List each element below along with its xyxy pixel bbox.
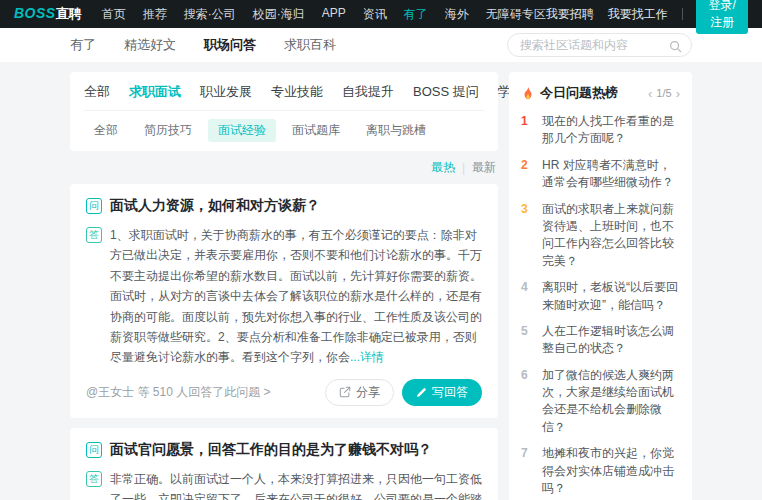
page-content: 全部 求职面试 职业发展 专业技能 自我提升 BOSS 提问 学生求职 全部 简… <box>0 62 762 500</box>
vertical-divider <box>682 8 683 20</box>
tab-job-interview[interactable]: 求职面试 <box>129 83 181 101</box>
sort-hottest[interactable]: 最热 <box>431 159 455 176</box>
question-card: 问 面试人力资源，如何和对方谈薪？ 答 1、求职面试时，关于协商薪水的事，有五个… <box>70 184 498 418</box>
answer-row: 答 非常正确。以前面试过一个人，本来没打算招进来，只因他一句工资低了一些，立即决… <box>86 469 482 500</box>
question-title-row: 问 面试官问愿景，回答工作的目的是为了赚钱不对吗？ <box>86 441 482 459</box>
subnav-item-articles[interactable]: 精选好文 <box>124 36 176 54</box>
question-badge-icon: 问 <box>86 442 102 458</box>
search-icon[interactable] <box>669 39 682 57</box>
hot-question-item[interactable]: 6 加了微信的候选人爽约两次，大家是继续给面试机会还是不给机会删除微信？ <box>521 367 680 437</box>
search-input[interactable] <box>507 33 692 57</box>
sort-bar: 最热 | 最新 <box>72 159 496 176</box>
hot-board-title: 今日问题热榜 <box>540 84 618 102</box>
sort-divider: | <box>462 161 465 175</box>
nav-item-app[interactable]: APP <box>322 6 346 23</box>
nav-item-overseas[interactable]: 海外 <box>445 6 469 23</box>
rank-number: 4 <box>521 279 535 314</box>
login-register-button[interactable]: 登录/注册 <box>696 0 748 34</box>
prev-page-arrow[interactable]: ‹ <box>648 87 652 100</box>
question-title-row: 问 面试人力资源，如何和对方谈薪？ <box>86 197 482 215</box>
hot-question-text: 地摊和夜市的兴起，你觉得会对实体店铺造成冲击吗？ <box>542 445 680 497</box>
hot-question-text: 离职时，老板说“以后要回来随时欢迎”，能信吗？ <box>542 279 680 314</box>
subnav-item-encyclopedia[interactable]: 求职百科 <box>284 36 336 54</box>
hot-question-text: 人在工作逻辑时该怎么调整自己的状态？ <box>542 323 680 358</box>
answer-excerpt: 非常正确。以前面试过一个人，本来没打算招进来，只因他一句工资低了一些，立即决定留… <box>110 469 482 500</box>
fire-icon <box>521 86 535 100</box>
nav-item-search-company[interactable]: 搜索·公司 <box>184 6 236 23</box>
tab-boss-questions[interactable]: BOSS 提问 <box>413 83 479 101</box>
nav-item-campus[interactable]: 校园·海归 <box>253 6 305 23</box>
community-subnav: 有了 精选好文 职场问答 求职百科 <box>0 28 762 62</box>
pencil-icon <box>416 387 427 398</box>
rank-number: 2 <box>521 157 535 192</box>
rank-number: 7 <box>521 445 535 497</box>
question-card: 问 面试官问愿景，回答工作的目的是为了赚钱不对吗？ 答 非常正确。以前面试过一个… <box>70 428 498 500</box>
answer-count-link[interactable]: @王女士 等 510 人回答了此问题 > <box>86 384 271 401</box>
share-label: 分享 <box>356 384 380 401</box>
hot-board-header: 今日问题热榜 ‹ 1/5 › <box>521 84 680 102</box>
detail-link[interactable]: ...详情 <box>350 350 384 364</box>
rank-number: 5 <box>521 323 535 358</box>
answer-text: 非常正确。以前面试过一个人，本来没打算招进来，只因他一句工资低了一些，立即决定留… <box>110 472 482 500</box>
boss-zhipin-logo[interactable]: BOSS 直聘 <box>14 5 82 23</box>
answer-badge-icon: 答 <box>86 227 102 243</box>
subtab-interview-questions[interactable]: 面试题库 <box>282 119 350 142</box>
next-page-arrow[interactable]: › <box>676 87 680 100</box>
answer-row: 答 1、求职面试时，关于协商薪水的事，有五个必须谨记的要点：除非对方已做出决定，… <box>86 225 482 368</box>
hot-board-pagination: ‹ 1/5 › <box>648 87 680 100</box>
question-title[interactable]: 面试官问愿景，回答工作的目的是为了赚钱不对吗？ <box>110 441 432 459</box>
rank-number: 6 <box>521 367 535 437</box>
question-badge-icon: 问 <box>86 198 102 214</box>
write-answer-button[interactable]: 写回答 <box>402 379 482 406</box>
subnav-item-youle[interactable]: 有了 <box>70 36 96 54</box>
hot-question-item[interactable]: 1 现在的人找工作看重的是那几个方面呢？ <box>521 113 680 148</box>
hot-question-item[interactable]: 2 HR 对应聘者不满意时，通常会有哪些细微动作？ <box>521 157 680 192</box>
secondary-tabs: 全部 简历技巧 面试经验 面试题库 离职与跳槽 <box>84 111 484 142</box>
nav-item-accessibility[interactable]: 无障碍专区 <box>486 6 546 23</box>
community-search <box>507 33 692 57</box>
nav-item-home[interactable]: 首页 <box>102 6 126 23</box>
hot-question-item[interactable]: 7 地摊和夜市的兴起，你觉得会对实体店铺造成冲击吗？ <box>521 445 680 497</box>
sort-newest[interactable]: 最新 <box>472 159 496 176</box>
hot-question-text: 面试的求职者上来就问薪资待遇、上班时间，也不问工作内容怎么回答比较完美？ <box>542 201 680 271</box>
hot-question-item[interactable]: 4 离职时，老板说“以后要回来随时欢迎”，能信吗？ <box>521 279 680 314</box>
rank-number: 1 <box>521 113 535 148</box>
job-seek-link[interactable]: 我要找工作 <box>608 6 668 23</box>
nav-item-youle[interactable]: 有了 <box>404 6 428 23</box>
sidebar: 今日问题热榜 ‹ 1/5 › 1 现在的人找工作看重的是那几个方面呢？ 2 HR… <box>509 72 692 500</box>
answer-excerpt: 1、求职面试时，关于协商薪水的事，有五个必须谨记的要点：除非对方已做出决定，并表… <box>110 225 482 368</box>
top-right-links: 我要招聘 我要找工作 登录/注册 <box>546 0 748 34</box>
top-navbar: BOSS 直聘 首页 推荐 搜索·公司 校园·海归 APP 资讯 有了 海外 无… <box>0 0 762 28</box>
rank-number: 3 <box>521 201 535 271</box>
tab-self-improvement[interactable]: 自我提升 <box>342 83 394 101</box>
subtab-resignation[interactable]: 离职与跳槽 <box>356 119 436 142</box>
subtab-resume-tips[interactable]: 简历技巧 <box>134 119 202 142</box>
recruit-link[interactable]: 我要招聘 <box>546 6 594 23</box>
answer-badge-icon: 答 <box>86 471 102 487</box>
nav-item-recommend[interactable]: 推荐 <box>143 6 167 23</box>
tab-professional-skills[interactable]: 专业技能 <box>271 83 323 101</box>
hot-questions-card: 今日问题热榜 ‹ 1/5 › 1 现在的人找工作看重的是那几个方面呢？ 2 HR… <box>509 72 692 500</box>
question-title[interactable]: 面试人力资源，如何和对方谈薪？ <box>110 197 320 215</box>
subtab-all[interactable]: 全部 <box>84 119 128 142</box>
subtab-interview-experience[interactable]: 面试经验 <box>208 119 276 142</box>
tab-career-growth[interactable]: 职业发展 <box>200 83 252 101</box>
question-feed-column: 全部 求职面试 职业发展 专业技能 自我提升 BOSS 提问 学生求职 全部 简… <box>70 72 498 500</box>
tab-all[interactable]: 全部 <box>84 83 110 101</box>
share-icon <box>339 386 351 398</box>
page-indicator: 1/5 <box>656 87 671 99</box>
hot-question-list: 1 现在的人找工作看重的是那几个方面呢？ 2 HR 对应聘者不满意时，通常会有哪… <box>521 113 680 500</box>
hot-question-item[interactable]: 5 人在工作逻辑时该怎么调整自己的状态？ <box>521 323 680 358</box>
hot-question-text: HR 对应聘者不满意时，通常会有哪些细微动作？ <box>542 157 680 192</box>
hot-question-item[interactable]: 3 面试的求职者上来就问薪资待遇、上班时间，也不问工作内容怎么回答比较完美？ <box>521 201 680 271</box>
primary-tabs: 全部 求职面试 职业发展 专业技能 自我提升 BOSS 提问 学生求职 <box>84 81 484 111</box>
write-answer-label: 写回答 <box>432 384 468 401</box>
subnav-item-qa[interactable]: 职场问答 <box>204 36 256 54</box>
share-button[interactable]: 分享 <box>325 379 394 406</box>
filter-tabs-card: 全部 求职面试 职业发展 专业技能 自我提升 BOSS 提问 学生求职 全部 简… <box>70 72 498 151</box>
question-footer: @王女士 等 510 人回答了此问题 > 分享 写回答 <box>86 379 482 406</box>
logo-zhipin-text: 直聘 <box>56 5 82 23</box>
hot-question-text: 现在的人找工作看重的是那几个方面呢？ <box>542 113 680 148</box>
nav-item-news[interactable]: 资讯 <box>363 6 387 23</box>
logo-boss-text: BOSS <box>14 5 56 21</box>
